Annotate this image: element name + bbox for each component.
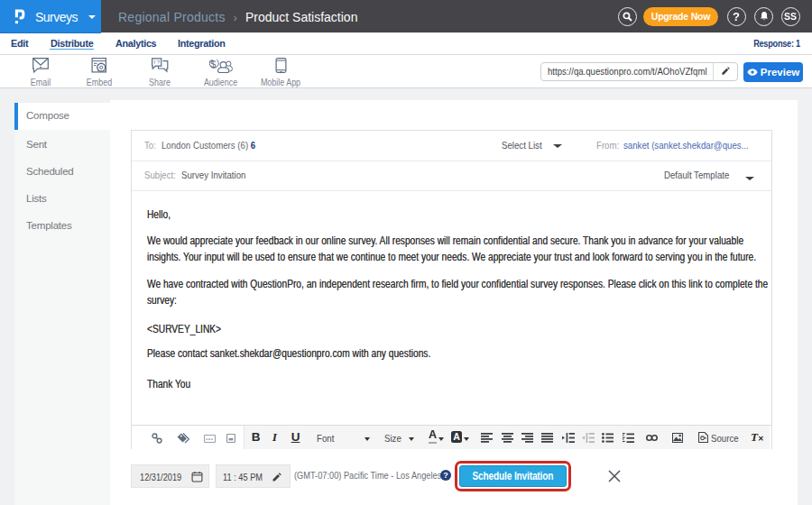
svg-text:f: f	[153, 60, 155, 65]
svg-text:?: ?	[733, 10, 740, 23]
svg-text:?: ?	[157, 60, 160, 65]
svg-text:SS: SS	[784, 11, 797, 22]
